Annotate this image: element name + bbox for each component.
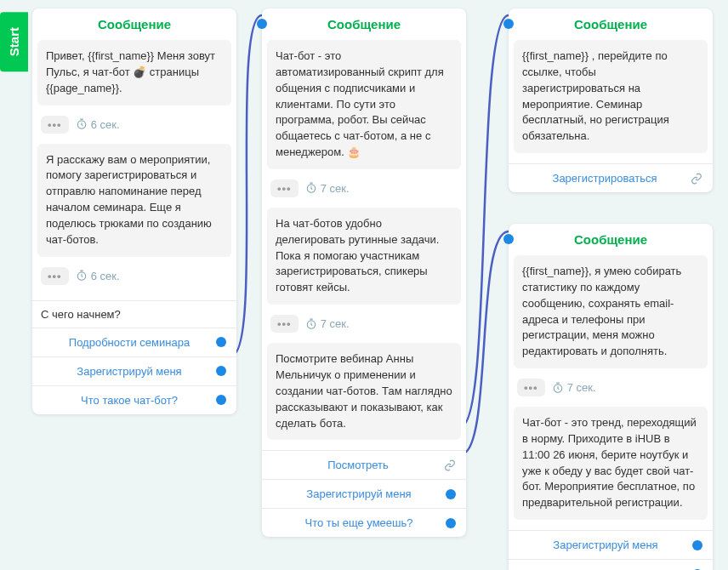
message-block: {{first_name}} , перейдите по ссылке, чт… <box>514 40 708 153</box>
delay-row: ••• 6 сек. <box>37 262 231 290</box>
output-port[interactable] <box>692 540 702 550</box>
timer-icon <box>305 318 317 330</box>
link-icon <box>444 459 456 471</box>
timer-icon <box>76 118 88 130</box>
prompt-text: С чего начнем? <box>32 300 236 328</box>
option-button[interactable]: Зарегистрируй меня <box>32 356 236 385</box>
message-block: Чат-бот - это автоматизированный скрипт … <box>267 40 461 169</box>
message-block: Я расскажу вам о мероприятии, помогу зар… <box>37 144 231 257</box>
output-port[interactable] <box>216 337 226 347</box>
node-header: Сообщение <box>509 9 713 40</box>
option-button[interactable]: Посмотреть <box>262 450 466 479</box>
output-port[interactable] <box>216 395 226 405</box>
node-header: Сообщение <box>32 9 236 40</box>
option-button[interactable]: Что такое чат-бот? <box>32 385 236 414</box>
ellipsis-icon[interactable]: ••• <box>270 180 299 197</box>
flow-node-4[interactable]: Сообщение {{first_name}}, я умею собират… <box>509 224 713 570</box>
input-port[interactable] <box>503 19 514 29</box>
delay-row: ••• 7 сек. <box>267 310 461 338</box>
timer-icon <box>305 182 317 194</box>
flow-node-3[interactable]: Сообщение {{first_name}} , перейдите по … <box>509 9 713 192</box>
flow-node-1[interactable]: Сообщение Привет, {{first_name}} Меня зо… <box>32 9 236 414</box>
ellipsis-icon[interactable]: ••• <box>270 315 299 333</box>
ellipsis-icon[interactable]: ••• <box>41 267 69 285</box>
node-header: Сообщение <box>262 9 466 40</box>
delay-row: ••• 7 сек. <box>267 174 461 202</box>
node-header: Сообщение <box>509 224 713 255</box>
message-block: На чат-ботов удобно делегировать рутинны… <box>267 208 461 305</box>
timer-icon <box>552 382 564 394</box>
ellipsis-icon[interactable]: ••• <box>517 379 545 396</box>
output-port[interactable] <box>446 489 456 499</box>
output-port[interactable] <box>446 518 456 528</box>
flow-node-2[interactable]: Сообщение Чат-бот - это автоматизированн… <box>262 9 466 537</box>
message-block: {{first_name}}, я умею собирать статисти… <box>514 255 708 368</box>
message-block: Привет, {{first_name}} Меня зовут Пульс,… <box>37 40 231 105</box>
start-tab[interactable]: Start <box>0 12 28 71</box>
link-icon <box>691 173 702 185</box>
input-port[interactable] <box>503 234 514 244</box>
option-button[interactable]: Задать вопрос <box>509 559 713 570</box>
input-port[interactable] <box>257 19 267 29</box>
message-block: Посмотрите вебинар Анны Мельничук о прим… <box>267 343 461 440</box>
option-button[interactable]: Зарегистрироваться <box>509 163 713 192</box>
timer-icon <box>76 270 88 282</box>
option-button[interactable]: Зарегистрируй меня <box>262 479 466 508</box>
delay-row: ••• 6 сек. <box>37 111 231 139</box>
option-button[interactable]: Зарегистрируй меня <box>509 530 713 559</box>
delay-row: ••• 7 сек. <box>514 373 708 402</box>
option-button[interactable]: Подробности семинара <box>32 328 236 356</box>
message-block: Чат-бот - это тренд, переходящий в норму… <box>514 407 708 520</box>
output-port[interactable] <box>216 366 226 376</box>
option-button[interactable]: Что ты еще умеешь? <box>262 508 466 537</box>
ellipsis-icon[interactable]: ••• <box>41 116 69 134</box>
